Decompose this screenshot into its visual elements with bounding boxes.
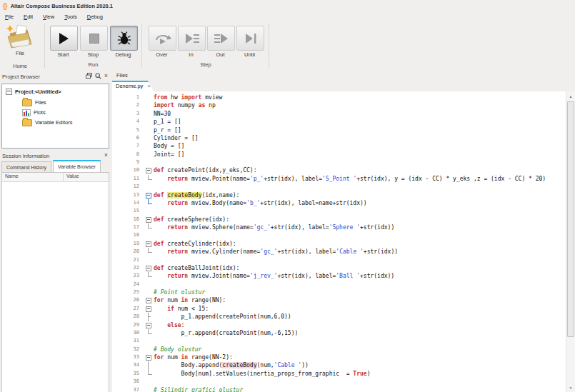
code-line: 8Joint= [] xyxy=(112,151,566,159)
line-number: 15 xyxy=(112,207,144,215)
variable-browser-table[interactable]: Name Value xyxy=(1,172,109,392)
fold-line xyxy=(148,223,152,228)
close-tab-icon[interactable]: × xyxy=(147,83,151,89)
step-in-button[interactable] xyxy=(178,26,206,51)
code-editor[interactable]: 1from hw import mview2import numpy as np… xyxy=(112,91,566,392)
code-line: 19def createCylinder(idx): xyxy=(112,240,566,248)
fold-gutter xyxy=(144,378,154,386)
close-project-browser-icon[interactable]: × xyxy=(104,72,108,79)
scrollbar-thumb[interactable] xyxy=(567,101,574,337)
code-line: 18 xyxy=(112,231,566,239)
stop-label: Stop xyxy=(80,51,106,58)
editor-pane-tab-files[interactable]: Files xyxy=(116,72,128,79)
editor-pane: Files Deneme.py × 1from hw import mview2… xyxy=(112,71,575,392)
code-line: 14 return mview.Body(name='b_'+str(idx),… xyxy=(112,199,566,207)
tree-item-variable-editors[interactable]: Variable Editors xyxy=(2,118,72,127)
scroll-up-icon[interactable]: ▲ xyxy=(566,91,575,101)
line-number: 12 xyxy=(112,183,144,191)
code-line: 25# Point olustur xyxy=(112,288,566,296)
vertical-scrollbar[interactable]: ▲ ▼ xyxy=(566,91,575,392)
fold-gutter xyxy=(144,118,154,126)
code-text: # Body olustur xyxy=(154,346,201,353)
search-icon[interactable] xyxy=(95,73,101,79)
tree-item-files[interactable]: Files xyxy=(2,98,46,107)
line-number: 27 xyxy=(112,305,144,313)
fold-toggle-icon[interactable] xyxy=(146,298,151,303)
code-line: 26for num in range(NN): xyxy=(112,296,566,304)
menu-debug[interactable]: Debug xyxy=(82,14,108,20)
step-out-button[interactable] xyxy=(207,26,235,51)
line-number: 8 xyxy=(112,151,144,159)
fold-toggle-icon[interactable] xyxy=(146,217,151,223)
fold-gutter xyxy=(144,346,154,353)
fold-toggle-icon[interactable] xyxy=(146,306,151,312)
group-label-home: Home xyxy=(3,63,37,69)
fold-gutter xyxy=(144,313,154,321)
code-text: return mview.Body(name='b_'+str(idx), la… xyxy=(154,200,367,206)
scroll-down-icon[interactable]: ▼ xyxy=(566,383,575,392)
fold-toggle-icon[interactable] xyxy=(146,355,151,361)
step-over-button[interactable] xyxy=(149,26,176,51)
code-line: 23 return mview.Joint(name='j_rev_'+str(… xyxy=(112,272,566,280)
code-line: 36 xyxy=(112,378,566,386)
stop-icon xyxy=(89,34,99,44)
line-number: 14 xyxy=(112,199,144,207)
fold-gutter xyxy=(144,166,154,174)
column-header-name[interactable]: Name xyxy=(2,173,64,181)
menu-edit[interactable]: Edit xyxy=(19,14,38,20)
document-tabbar: Deneme.py × xyxy=(112,81,575,92)
code-line: 11 return mview.Point(name='p_'+str(idx)… xyxy=(112,175,566,183)
line-number: 11 xyxy=(112,175,144,183)
line-number: 30 xyxy=(112,329,144,337)
tab-command-history[interactable]: Command History xyxy=(1,161,51,172)
code-text: for num in range(NN-2): xyxy=(154,354,233,361)
close-session-info-icon[interactable]: × xyxy=(104,151,108,159)
debug-button[interactable] xyxy=(110,26,138,51)
fold-gutter xyxy=(144,305,154,313)
fold-gutter xyxy=(144,159,154,166)
tab-deneme-py[interactable]: Deneme.py × xyxy=(112,81,154,91)
tree-item-label: Plots xyxy=(34,109,46,116)
code-text: Body[num].setValues(inertia_props_from_g… xyxy=(154,371,370,377)
float-pane-icon[interactable] xyxy=(86,73,92,79)
code-text: return mview.Joint(name='j_rev_'+str(idx… xyxy=(154,273,394,279)
step-until-label: Until xyxy=(236,51,263,58)
line-number: 24 xyxy=(112,281,144,288)
fold-gutter xyxy=(144,370,154,378)
menu-file[interactable]: File xyxy=(0,14,19,20)
menu-tools[interactable]: Tools xyxy=(59,14,82,20)
folder-icon xyxy=(22,119,32,126)
line-number: 34 xyxy=(112,361,144,369)
tree-item-plots[interactable]: Plots xyxy=(2,108,46,117)
tab-variable-browser[interactable]: Variable Browser xyxy=(53,160,101,172)
project-tree[interactable]: Project:<Untitled> Files Plots Variable … xyxy=(1,84,109,149)
fold-toggle-icon[interactable] xyxy=(146,168,151,174)
code-line: 28 p_1.append(createPoint(num,6,0)) xyxy=(112,313,566,321)
file-button-label: File xyxy=(3,50,37,56)
collapse-icon[interactable] xyxy=(6,89,12,95)
code-text: def createBody(idx,name): xyxy=(154,192,239,198)
column-header-value[interactable]: Value xyxy=(64,173,109,181)
code-text: Joint= [] xyxy=(154,151,184,158)
stop-button[interactable] xyxy=(80,26,108,51)
fold-toggle-icon[interactable] xyxy=(146,241,151,247)
fold-gutter xyxy=(144,264,154,272)
fold-toggle-icon[interactable] xyxy=(146,266,151,271)
fold-gutter xyxy=(144,175,154,183)
line-number: 31 xyxy=(112,337,144,345)
fold-line xyxy=(148,248,152,253)
menu-view[interactable]: View xyxy=(38,14,59,20)
fold-toggle-icon[interactable] xyxy=(146,193,151,198)
chart-icon xyxy=(22,109,31,116)
project-root-node[interactable]: Project:<Untitled> xyxy=(2,87,61,96)
line-number: 29 xyxy=(112,321,144,329)
start-button[interactable] xyxy=(50,26,78,51)
session-info-title: Session Information xyxy=(0,153,49,159)
file-button[interactable]: File xyxy=(3,24,37,61)
code-text: # Point olustur xyxy=(154,289,205,296)
step-until-button[interactable] xyxy=(236,26,264,51)
project-browser-title: Project Browser xyxy=(0,74,40,80)
code-line: 5p_r = [] xyxy=(112,126,566,134)
code-line: 22def createBallJoint(idx): xyxy=(112,264,566,272)
fold-toggle-icon[interactable] xyxy=(146,323,151,328)
